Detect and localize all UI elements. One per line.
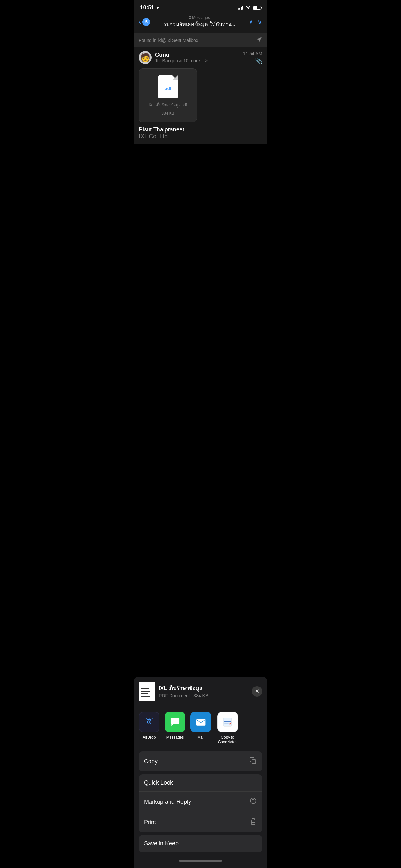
pdf-filename: IXL เก็บรักษาข้อมูล.pdf (149, 102, 187, 108)
sender-info: 🧑 Gung To: Bangon & 10 more... > (139, 51, 208, 64)
message-badge: 5 (143, 18, 150, 26)
email-body-company: IXL Co. Ltd (139, 133, 262, 140)
email-time-attachment: 11:54 AM 📎 (243, 51, 262, 65)
email-subject: รบกวนอัพเดทข้อมูล ให้กับทาง... (163, 20, 235, 28)
email-body-name: Pisut Thaipraneet (139, 126, 262, 133)
messages-count: 3 Messages (163, 16, 235, 20)
sender-to: To: Bangon & 10 more... > (155, 58, 208, 63)
avatar: 🧑 (139, 51, 152, 64)
wifi-icon (245, 5, 251, 10)
send-icon (256, 36, 262, 44)
battery-icon (253, 6, 261, 10)
status-time-area: 10:51 ➤ (140, 4, 159, 11)
location-icon: ➤ (156, 6, 159, 10)
sender-name: Gung (155, 52, 208, 58)
status-bar: 10:51 ➤ (134, 0, 267, 13)
email-sender-row: 🧑 Gung To: Bangon & 10 more... > 11:54 A… (139, 51, 262, 65)
email-content: 🧑 Gung To: Bangon & 10 more... > 11:54 A… (134, 47, 267, 144)
mailbox-text: Found in ixl@ixl Sent Mailbox (139, 38, 198, 43)
pdf-size: 384 KB (161, 111, 174, 116)
status-icons (238, 5, 261, 10)
nav-down-button[interactable]: ∨ (257, 18, 262, 26)
attachment-icon: 📎 (255, 58, 262, 65)
pdf-label: pdf (164, 86, 172, 91)
nav-left: ‹ 5 (139, 18, 150, 26)
nav-up-button[interactable]: ∧ (249, 18, 253, 26)
back-button[interactable]: ‹ (139, 18, 141, 26)
time-display: 10:51 (140, 4, 154, 11)
pdf-file-icon: pdf (158, 75, 178, 98)
email-time: 11:54 AM (243, 51, 262, 56)
signal-icon (238, 6, 243, 10)
email-subject-area: 3 Messages รบกวนอัพเดทข้อมูล ให้กับทาง..… (163, 16, 235, 28)
email-nav-header: ‹ 5 3 Messages รบกวนอัพเดทข้อมูล ให้กับท… (134, 13, 267, 33)
nav-arrows: ∧ ∨ (249, 18, 262, 26)
pdf-attachment[interactable]: pdf IXL เก็บรักษาข้อมูล.pdf 384 KB (139, 68, 197, 122)
mailbox-info-bar: Found in ixl@ixl Sent Mailbox (134, 33, 267, 47)
